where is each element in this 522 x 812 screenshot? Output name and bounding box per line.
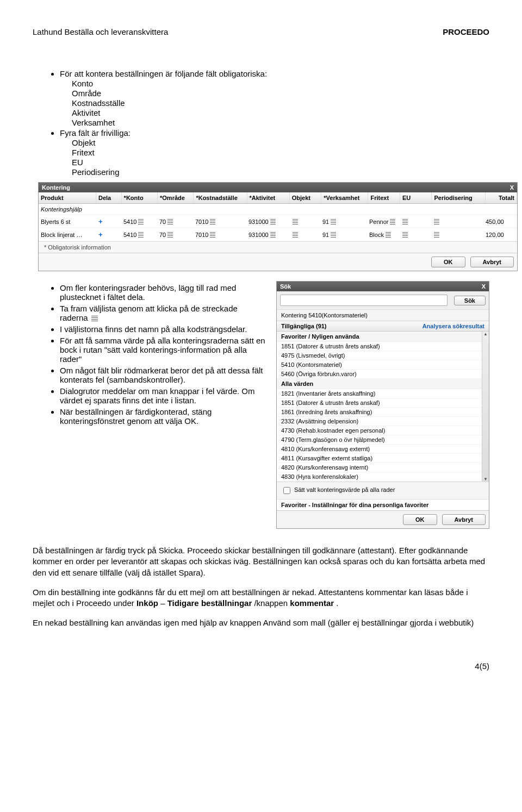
- field-aktivitet: Aktivitet: [72, 108, 489, 117]
- konteringshjalp-label: Konteringshjälp: [39, 204, 96, 215]
- list-item[interactable]: 4820 (Kurs/konferensavg internt): [277, 463, 482, 472]
- list-icon[interactable]: [331, 232, 336, 238]
- cell-verk[interactable]: 91: [322, 218, 329, 225]
- ok-button[interactable]: OK: [431, 257, 465, 267]
- list-icon[interactable]: [434, 232, 439, 238]
- bullet-item: Dialogrutor meddelar om man knappar i fe…: [60, 386, 266, 405]
- cell-fri[interactable]: Pennor: [369, 218, 388, 225]
- plus-icon[interactable]: +: [98, 217, 103, 226]
- list-icon[interactable]: [293, 232, 298, 238]
- list-icon[interactable]: [293, 219, 298, 224]
- list-item[interactable]: 4975 (Livsmedel, övrigt): [277, 351, 482, 360]
- list-item[interactable]: 4790 (Term.glasögon o övr hjälpmedel): [277, 435, 482, 445]
- list-icon[interactable]: [390, 219, 395, 224]
- table-row: Blyerts 6 st + 5410 70 7010 931000 91 Pe…: [39, 215, 517, 228]
- list-item[interactable]: 5460 (Övriga förbrukn.varor): [277, 370, 482, 379]
- list-item[interactable]: 1861 (Inredning årets anskaffning): [277, 408, 482, 417]
- bold-kommentar: kommentar: [290, 598, 334, 608]
- field-eu: EU: [72, 158, 489, 167]
- col-kostnadsstalle: *Kostnadställe: [194, 192, 247, 203]
- sok-button[interactable]: Sök: [454, 296, 486, 305]
- list-item[interactable]: 1821 (Inventarier årets anskaffning): [277, 389, 482, 398]
- close-icon[interactable]: X: [510, 184, 514, 191]
- konteringshjalp-row[interactable]: Konteringshjälp: [39, 204, 517, 215]
- col-verksamhet: *Verksamhet: [321, 192, 368, 203]
- obligatorisk-note: * Obligatorisk information: [39, 241, 517, 253]
- col-totalt: Totalt: [486, 192, 517, 203]
- cell-verk[interactable]: 91: [322, 232, 329, 238]
- set-all-label: Sätt valt konteringsvärde på alla rader: [294, 486, 395, 493]
- col-periodisering: Periodisering: [432, 192, 485, 203]
- cell-omrade[interactable]: 70: [159, 232, 166, 238]
- list-item[interactable]: 4830 (Hyra konferenslokaler): [277, 472, 482, 482]
- list-icon: [91, 316, 98, 321]
- field-objekt: Objekt: [72, 138, 489, 147]
- favoriter-line[interactable]: Favoriter - Inställningar för dina perso…: [281, 502, 428, 508]
- plus-icon[interactable]: +: [98, 230, 103, 239]
- set-all-checkbox[interactable]: [283, 487, 290, 494]
- col-eu: EU: [400, 192, 432, 203]
- list-item[interactable]: 1851 (Datorer & utrustn årets anskaf): [277, 342, 482, 351]
- list-icon[interactable]: [386, 232, 391, 238]
- paragraph: En nekad beställning kan användas igen m…: [33, 617, 489, 628]
- ok-button[interactable]: OK: [403, 514, 437, 525]
- sok-kontering-line: Kontering 5410(Kontorsmateriel): [277, 309, 489, 321]
- cell-konto[interactable]: 5410: [123, 232, 136, 238]
- cell-konto[interactable]: 5410: [123, 218, 136, 225]
- col-fritext: Fritext: [368, 192, 400, 203]
- list-icon[interactable]: [167, 219, 173, 224]
- scrollbar[interactable]: [482, 332, 489, 482]
- list-icon[interactable]: [402, 219, 408, 224]
- list-icon[interactable]: [434, 219, 439, 224]
- field-konto: Konto: [72, 79, 489, 88]
- sok-panel: Sök X Sök Kontering 5410(Kontorsmateriel…: [276, 281, 489, 529]
- cell-kost[interactable]: 7010: [195, 232, 208, 238]
- avbryt-button[interactable]: Avbryt: [442, 514, 486, 525]
- field-verksamhet: Verksamhet: [72, 118, 489, 127]
- cell-totalt: 120,00: [483, 228, 515, 241]
- analysera-link[interactable]: Analysera sökresultat: [422, 323, 484, 329]
- list-icon[interactable]: [138, 219, 144, 224]
- list-item[interactable]: 4811 (Kursavgifter externt statliga): [277, 454, 482, 463]
- list-icon[interactable]: [167, 232, 173, 238]
- list-item[interactable]: 4810 (Kurs/konferensavg externt): [277, 445, 482, 454]
- bold-inkop: Inköp: [136, 598, 158, 608]
- favoriter-header: Favoriter / Nyligen använda: [277, 332, 482, 342]
- bullet-item: När beställningen är färdigkonterad, stä…: [60, 407, 266, 426]
- cell-akt[interactable]: 931000: [248, 232, 269, 238]
- list-item[interactable]: 2332 (Avsättning delpension): [277, 417, 482, 426]
- field-fritext: Fritext: [72, 148, 489, 157]
- list-icon[interactable]: [402, 232, 408, 238]
- cell-totalt: 450,00: [483, 215, 515, 228]
- col-omrade: *Område: [158, 192, 194, 203]
- field-kostnadsstalle: Kostnadsställe: [72, 98, 489, 108]
- list-icon[interactable]: [331, 219, 336, 224]
- kontering-header-row: Produkt Dela *Konto *Område *Kostnadstäl…: [39, 192, 517, 204]
- list-item[interactable]: 4730 (Rehab.kostnader egen personal): [277, 426, 482, 435]
- list-icon[interactable]: [210, 219, 215, 224]
- list-icon[interactable]: [270, 219, 276, 224]
- list-icon[interactable]: [138, 232, 144, 238]
- kontering-title: Kontering: [42, 184, 70, 191]
- field-omrade: Område: [72, 89, 489, 98]
- cell-omrade[interactable]: 70: [159, 218, 166, 225]
- col-konto: *Konto: [122, 192, 158, 203]
- avbryt-button[interactable]: Avbryt: [470, 257, 514, 267]
- list-icon[interactable]: [210, 232, 215, 238]
- bold-tidigare: Tidigare beställningar: [167, 598, 252, 608]
- list-icon[interactable]: [270, 232, 276, 238]
- cell-kost[interactable]: 7010: [195, 218, 208, 225]
- col-dela: Dela: [96, 192, 122, 203]
- mandatory-intro: För att kontera beställningen är följand…: [60, 69, 267, 78]
- cell-akt[interactable]: 931000: [248, 218, 269, 225]
- col-objekt: Objekt: [290, 192, 321, 203]
- kontering-panel: Kontering X Produkt Dela *Konto *Område …: [38, 182, 518, 271]
- alla-varden-header: Alla värden: [277, 379, 482, 389]
- close-icon[interactable]: X: [482, 283, 486, 290]
- optional-intro: Fyra fält är frivilliga:: [60, 128, 130, 138]
- list-item[interactable]: 5410 (Kontorsmateriel): [277, 360, 482, 370]
- sok-input[interactable]: [280, 295, 448, 306]
- list-item[interactable]: 1851 (Datorer & utrustn årets anskaf): [277, 398, 482, 408]
- cell-fri[interactable]: Block: [369, 232, 384, 238]
- cell-produkt: Blyerts 6 st: [39, 215, 96, 228]
